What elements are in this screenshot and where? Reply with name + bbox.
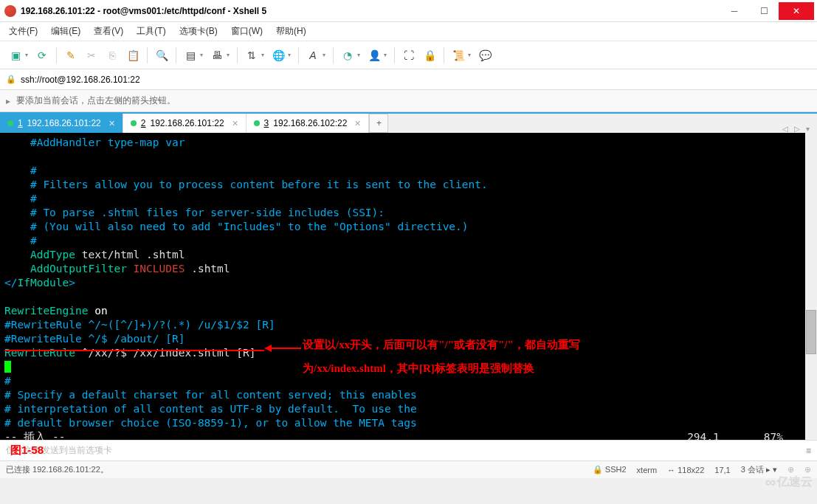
session-tab[interactable]: 2 192.168.26.101:22✕ <box>123 114 247 133</box>
font-icon[interactable]: A <box>303 46 323 65</box>
tab-label: 192.168.26.102:22 <box>273 118 347 128</box>
tab-close-icon[interactable]: ✕ <box>232 119 238 128</box>
chat-icon[interactable]: 💬 <box>475 46 494 65</box>
menu-tools[interactable]: 工具(T) <box>137 25 165 38</box>
tab-close-icon[interactable]: ✕ <box>354 119 361 128</box>
annotation-arrow-icon <box>264 341 301 356</box>
menubar: 文件(F) 编辑(E) 查看(V) 工具(T) 选项卡(B) 窗口(W) 帮助(… <box>0 22 817 41</box>
annotation-line2: 为/xx/index.shtml，其中[R]标签表明是强制替换 <box>303 362 534 376</box>
maximize-button[interactable]: ☐ <box>749 2 779 20</box>
tab-number: 2 <box>141 118 146 128</box>
new-session-icon[interactable]: ▣ <box>6 46 25 65</box>
tab-menu-icon[interactable]: ▾ <box>806 125 810 133</box>
properties-icon[interactable]: ▤ <box>181 46 200 65</box>
script-icon[interactable]: 📜 <box>449 46 468 65</box>
tab-nav-right-icon[interactable]: ▷ <box>794 125 800 133</box>
status-cursor: 17,1 <box>714 466 730 474</box>
menu-window[interactable]: 窗口(W) <box>231 25 263 38</box>
user-icon[interactable]: 👤 <box>365 46 384 65</box>
copy-icon[interactable]: ⎘ <box>103 46 122 65</box>
status-term: xterm <box>637 466 658 474</box>
status-connected: 已连接 192.168.26.101:22。 <box>6 464 108 475</box>
address-bar: 🔒 ssh://root@192.168.26.101:22 <box>0 69 817 90</box>
status-size: ↔ 118x22 <box>667 466 704 474</box>
window-title: 192.168.26.101:22 - root@vms001:/etc/htt… <box>21 6 720 16</box>
terminal[interactable]: #AddHandler type-map var # # Filters all… <box>0 133 817 440</box>
info-bar: ▸ 要添加当前会话，点击左侧的箭头按钮。 <box>0 90 817 112</box>
tab-close-icon[interactable]: ✕ <box>108 119 115 128</box>
fullscreen-icon[interactable]: ⛶ <box>399 46 418 65</box>
app-icon <box>4 5 16 17</box>
cut-icon[interactable]: ✂ <box>82 46 101 65</box>
tab-number: 1 <box>18 118 23 128</box>
lock-icon[interactable]: 🔒 <box>420 46 439 65</box>
add-tab-button[interactable]: + <box>369 114 388 133</box>
menu-help[interactable]: 帮助(H) <box>276 25 306 38</box>
address-text[interactable]: ssh://root@192.168.26.101:22 <box>21 75 140 85</box>
annotation-line1: 设置以/xx开头，后面可以有"/"或者没有"/"，都自动重写 <box>303 338 580 352</box>
scrollbar[interactable] <box>805 133 817 440</box>
compose-bar[interactable]: 仅将文本发送到当前选项卡 ≡ 图1-58 <box>0 440 817 460</box>
titlebar: 192.168.26.101:22 - root@vms001:/etc/htt… <box>0 0 817 22</box>
annotation-underline <box>4 350 264 351</box>
status-ssh: 🔒 SSH2 <box>593 465 627 474</box>
search-icon[interactable]: 🔍 <box>152 46 171 65</box>
menu-tabs[interactable]: 选项卡(B) <box>179 25 218 38</box>
status-dot-icon <box>131 120 137 126</box>
menu-view[interactable]: 查看(V) <box>94 25 123 38</box>
svg-marker-1 <box>264 345 272 352</box>
close-button[interactable]: ✕ <box>779 2 814 20</box>
session-tab[interactable]: 1 192.168.26.101:22✕ <box>0 114 123 133</box>
paste-icon[interactable]: 📋 <box>123 46 142 65</box>
reconnect-icon[interactable]: ⟳ <box>32 46 52 65</box>
color-icon[interactable]: ◔ <box>338 46 357 65</box>
arrow-icon[interactable]: ▸ <box>6 96 10 106</box>
status-dot-icon <box>7 120 13 126</box>
tab-label: 192.168.26.101:22 <box>150 118 224 128</box>
print-icon[interactable]: 🖶 <box>207 46 227 65</box>
tab-label: 192.168.26.101:22 <box>27 118 101 128</box>
tab-number: 3 <box>264 118 269 128</box>
watermark: ∞亿速云 <box>765 474 813 491</box>
edit-icon[interactable]: ✎ <box>61 46 80 65</box>
lock-small-icon: 🔒 <box>6 75 16 84</box>
toolbar: ▣▾ ⟳ ✎ ✂ ⎘ 📋 🔍 ▤▾ 🖶▾ ⇅▾ 🌐▾ A▾ ◔▾ 👤▾ ⛶ 🔒 … <box>0 41 817 69</box>
info-text: 要添加当前会话，点击左侧的箭头按钮。 <box>16 94 176 107</box>
session-tabs: 1 192.168.26.101:22✕2 192.168.26.101:22✕… <box>0 112 817 133</box>
menu-file[interactable]: 文件(F) <box>9 25 38 38</box>
statusbar: 已连接 192.168.26.101:22。 🔒 SSH2 xterm ↔ 11… <box>0 460 817 478</box>
scrollbar-thumb[interactable] <box>806 310 816 354</box>
session-tab[interactable]: 3 192.168.26.102:22✕ <box>247 114 370 133</box>
figure-label: 图1-58 <box>10 443 44 458</box>
transfer-icon[interactable]: ⇅ <box>242 46 261 65</box>
menu-edit[interactable]: 编辑(E) <box>51 25 80 38</box>
status-dot-icon <box>254 120 260 126</box>
tab-nav-left-icon[interactable]: ◁ <box>782 125 788 133</box>
minimize-button[interactable]: ─ <box>720 2 749 20</box>
compose-menu-icon[interactable]: ≡ <box>806 446 811 456</box>
globe-icon[interactable]: 🌐 <box>269 46 288 65</box>
